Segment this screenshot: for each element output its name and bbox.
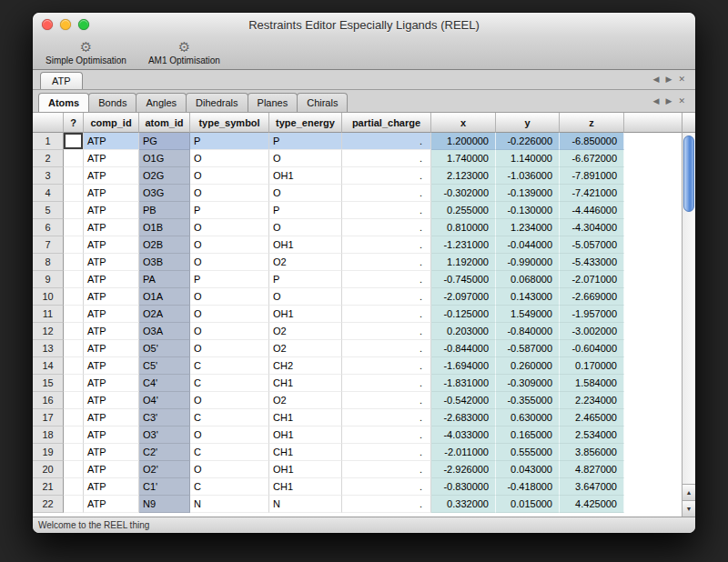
cell-q[interactable] <box>64 236 84 254</box>
cell-z[interactable]: -7.421000 <box>560 185 624 202</box>
zoom-window-button[interactable] <box>78 19 89 30</box>
col-header-x[interactable]: x <box>431 113 496 133</box>
cell-type-energy[interactable]: CH1 <box>269 375 342 392</box>
cell-type-energy[interactable]: P <box>269 133 342 150</box>
cell-x[interactable]: 1.200000 <box>431 133 496 150</box>
table-row[interactable]: 17ATPC3'CCH1.-2.6830000.6300002.465000 <box>33 409 682 427</box>
cell-comp-id[interactable]: ATP <box>84 375 139 392</box>
col-header-y[interactable]: y <box>496 113 560 133</box>
row-number[interactable]: 7 <box>33 236 64 254</box>
cell-partial-charge[interactable]: . <box>342 271 431 288</box>
cell-comp-id[interactable]: ATP <box>84 236 139 254</box>
cell-type-energy[interactable]: OH1 <box>269 461 342 478</box>
row-number[interactable]: 15 <box>33 375 64 392</box>
cell-z[interactable]: 2.465000 <box>560 409 624 427</box>
table-row[interactable]: 22ATPN9NN.0.3320000.0150004.425000 <box>33 496 682 513</box>
cell-atom-id[interactable]: O1A <box>139 288 190 306</box>
cell-type-symbol[interactable]: O <box>190 236 269 254</box>
cell-y[interactable]: -0.840000 <box>496 323 560 340</box>
cell-atom-id[interactable]: O3A <box>139 323 190 340</box>
table-row[interactable]: 20ATPO2'OOH1.-2.9260000.0430004.827000 <box>33 461 682 478</box>
cell-atom-id[interactable]: O3G <box>139 185 190 202</box>
cell-type-symbol[interactable]: O <box>190 461 269 478</box>
cell-z[interactable]: -6.672000 <box>560 150 624 167</box>
cell-atom-id[interactable]: O2' <box>139 461 190 478</box>
cell-partial-charge[interactable]: . <box>342 202 431 219</box>
cell-atom-id[interactable]: C3' <box>139 409 190 427</box>
cell-comp-id[interactable]: ATP <box>84 496 139 513</box>
cell-comp-id[interactable]: ATP <box>84 288 139 306</box>
cell-x[interactable]: -1.831000 <box>431 375 496 392</box>
cell-type-energy[interactable]: O2 <box>269 392 342 409</box>
cell-x[interactable]: 1.192000 <box>431 254 496 271</box>
table-row[interactable]: 12ATPO3AOO2.0.203000-0.840000-3.002000 <box>33 323 682 340</box>
cell-type-symbol[interactable]: P <box>190 271 269 288</box>
row-number[interactable]: 3 <box>33 167 64 185</box>
cell-atom-id[interactable]: O2G <box>139 167 190 185</box>
cell-x[interactable]: -0.302000 <box>431 185 496 202</box>
cell-type-symbol[interactable]: O <box>190 323 269 340</box>
col-header-z[interactable]: z <box>560 113 624 133</box>
cell-comp-id[interactable]: ATP <box>84 271 139 288</box>
cell-type-symbol[interactable]: O <box>190 150 269 167</box>
row-number[interactable]: 8 <box>33 254 64 271</box>
table-row[interactable]: 8ATPO3BOO2.1.192000-0.990000-5.433000 <box>33 254 682 271</box>
cell-x[interactable]: 0.332000 <box>431 496 496 513</box>
cell-z[interactable]: -2.669000 <box>560 288 624 306</box>
cell-type-symbol[interactable]: O <box>190 306 269 323</box>
cell-type-energy[interactable]: O2 <box>269 340 342 357</box>
cell-z[interactable]: -5.057000 <box>560 236 624 254</box>
cell-x[interactable]: 0.203000 <box>431 323 496 340</box>
cell-comp-id[interactable]: ATP <box>84 340 139 357</box>
cell-z[interactable]: -7.891000 <box>560 167 624 185</box>
tab-scroll-left-icon[interactable]: ◀ <box>653 75 660 84</box>
cell-type-symbol[interactable]: C <box>190 478 269 496</box>
cell-x[interactable]: 2.123000 <box>431 167 496 185</box>
cell-comp-id[interactable]: ATP <box>84 202 139 219</box>
cell-z[interactable]: -6.850000 <box>560 133 624 150</box>
cell-z[interactable]: -5.433000 <box>560 254 624 271</box>
cell-q[interactable] <box>64 288 84 306</box>
tab-planes[interactable]: Planes <box>248 93 298 112</box>
row-number[interactable]: 22 <box>33 496 64 513</box>
row-number[interactable]: 16 <box>33 392 64 409</box>
col-header-type-energy[interactable]: type_energy <box>269 113 342 133</box>
cell-partial-charge[interactable]: . <box>342 306 431 323</box>
cell-y[interactable]: 0.630000 <box>496 409 560 427</box>
table-row[interactable]: 1ATPPGPP.1.200000-0.226000-6.850000 <box>33 133 682 150</box>
cell-comp-id[interactable]: ATP <box>84 427 139 444</box>
cell-atom-id[interactable]: PG <box>139 133 190 150</box>
cell-z[interactable]: 3.856000 <box>560 444 624 461</box>
cell-y[interactable]: 0.260000 <box>496 357 560 375</box>
cell-type-energy[interactable]: O <box>269 150 342 167</box>
cell-x[interactable]: 0.255000 <box>431 202 496 219</box>
cell-q[interactable] <box>64 340 84 357</box>
cell-q[interactable] <box>64 219 84 236</box>
scroll-up-button[interactable]: ▲ <box>682 484 695 500</box>
scroll-down-button[interactable]: ▼ <box>682 500 695 517</box>
cell-partial-charge[interactable]: . <box>342 409 431 427</box>
row-number[interactable]: 1 <box>33 133 64 150</box>
cell-comp-id[interactable]: ATP <box>84 323 139 340</box>
cell-type-symbol[interactable]: O <box>190 219 269 236</box>
cell-atom-id[interactable]: C4' <box>139 375 190 392</box>
table-row[interactable]: 11ATPO2AOOH1.-0.1250001.549000-1.957000 <box>33 306 682 323</box>
table-row[interactable]: 19ATPC2'CCH1.-2.0110000.5550003.856000 <box>33 444 682 461</box>
cell-z[interactable]: -4.446000 <box>560 202 624 219</box>
row-number[interactable]: 9 <box>33 271 64 288</box>
cell-z[interactable]: 4.425000 <box>560 496 624 513</box>
cell-comp-id[interactable]: ATP <box>84 254 139 271</box>
cell-q[interactable] <box>64 357 84 375</box>
cell-partial-charge[interactable]: . <box>342 340 431 357</box>
cell-z[interactable]: -3.002000 <box>560 323 624 340</box>
col-header-comp-id[interactable]: comp_id <box>84 113 139 133</box>
cell-comp-id[interactable]: ATP <box>84 392 139 409</box>
cell-partial-charge[interactable]: . <box>342 375 431 392</box>
titlebar[interactable]: Restraints Editor Especially Ligands (RE… <box>33 13 695 36</box>
col-header-partial-charge[interactable]: partial_charge <box>342 113 431 133</box>
simple-optimisation-button[interactable]: ⚙ Simple Optimisation <box>46 41 126 65</box>
cell-partial-charge[interactable]: . <box>342 323 431 340</box>
row-number[interactable]: 13 <box>33 340 64 357</box>
cell-atom-id[interactable]: C1' <box>139 478 190 496</box>
cell-atom-id[interactable]: PA <box>139 271 190 288</box>
